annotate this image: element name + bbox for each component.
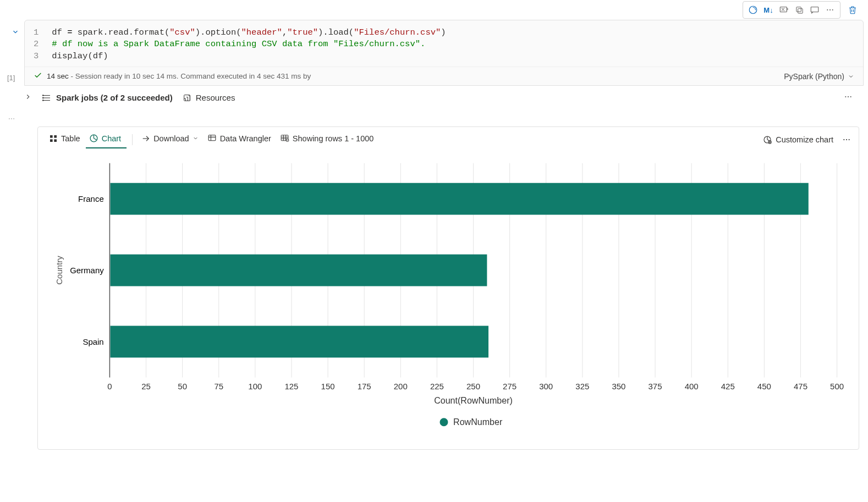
jobs-bar: Spark jobs (2 of 2 succeeded) Resources [4, 86, 864, 107]
jobs-more-icon[interactable] [844, 92, 859, 103]
success-check-icon [34, 71, 42, 81]
cell-status-bar: [1] 14 sec - Session ready in 10 sec 14 … [25, 67, 863, 85]
svg-text:425: 425 [721, 382, 735, 391]
svg-text:150: 150 [321, 382, 335, 391]
svg-point-5 [827, 9, 828, 10]
page-more-icon[interactable] [8, 115, 864, 124]
svg-point-10 [43, 100, 44, 101]
svg-point-8 [43, 95, 44, 96]
svg-text:25: 25 [141, 382, 151, 391]
code-cell: 123 df = spark.read.format("csv").option… [24, 20, 864, 86]
bar-chart: FranceGermanySpain0255075100125150175200… [48, 157, 849, 434]
svg-text:350: 350 [612, 382, 625, 391]
svg-point-14 [850, 96, 851, 97]
svg-text:325: 325 [575, 382, 589, 391]
svg-text:125: 125 [284, 382, 298, 391]
add-comment-icon[interactable] [807, 3, 822, 17]
svg-text:0: 0 [107, 382, 112, 391]
copy-cell-icon[interactable] [792, 3, 807, 17]
download-button[interactable]: Download [138, 131, 204, 148]
svg-point-9 [43, 97, 44, 98]
svg-point-7 [832, 9, 833, 10]
code-editor[interactable]: 123 df = spark.read.format("csv").option… [25, 20, 863, 67]
svg-rect-21 [54, 139, 57, 142]
svg-point-15 [9, 118, 10, 119]
svg-point-28 [843, 139, 844, 140]
language-selector[interactable]: PySpark (Python) [784, 72, 854, 81]
svg-point-12 [845, 96, 846, 97]
svg-text:50: 50 [178, 382, 187, 391]
delete-cell-icon[interactable] [845, 3, 860, 17]
svg-rect-19 [54, 135, 57, 138]
svg-rect-4 [811, 7, 818, 12]
cell-index: [1] [7, 74, 15, 82]
svg-rect-1 [780, 7, 787, 12]
svg-text:500: 500 [830, 382, 844, 391]
svg-text:400: 400 [685, 382, 699, 391]
svg-rect-23 [208, 135, 216, 141]
svg-text:275: 275 [503, 382, 517, 391]
svg-point-29 [846, 139, 847, 140]
svg-text:475: 475 [794, 382, 807, 391]
data-wrangler-button[interactable]: Data Wrangler [204, 130, 277, 148]
svg-text:300: 300 [539, 382, 553, 391]
resources-button[interactable]: Resources [183, 93, 235, 102]
expand-jobs-icon[interactable] [24, 93, 32, 102]
cell-toolbar: M↓ [4, 0, 864, 20]
rows-info: Showing rows 1 - 1000 [277, 130, 380, 148]
svg-text:France: France [78, 194, 104, 203]
output-toolbar: Table Chart Download Data Wrangler Showi… [38, 127, 859, 148]
svg-point-16 [11, 118, 12, 119]
svg-text:Count(RowNumber): Count(RowNumber) [434, 395, 513, 405]
svg-text:175: 175 [358, 382, 371, 391]
chart-area: FranceGermanySpain0255075100125150175200… [38, 148, 859, 449]
svg-point-13 [848, 96, 849, 97]
spark-jobs-button[interactable]: Spark jobs (2 of 2 succeeded) [42, 93, 173, 103]
markdown-toggle-button[interactable]: M↓ [761, 3, 776, 17]
output-panel: Table Chart Download Data Wrangler Showi… [37, 126, 859, 450]
clear-output-icon[interactable] [776, 3, 792, 17]
svg-point-30 [849, 139, 850, 140]
svg-text:100: 100 [248, 382, 262, 391]
svg-text:Country: Country [54, 256, 64, 285]
svg-point-17 [13, 118, 14, 119]
output-more-icon[interactable] [842, 135, 851, 144]
svg-rect-2 [798, 8, 803, 13]
exec-time: 14 sec [47, 72, 69, 80]
tab-chart[interactable]: Chart [86, 130, 127, 148]
svg-point-82 [440, 418, 448, 426]
more-cell-actions-icon[interactable] [822, 3, 838, 17]
svg-text:Spain: Spain [83, 337, 103, 346]
svg-text:225: 225 [430, 382, 444, 391]
svg-rect-55 [110, 255, 487, 286]
svg-text:200: 200 [394, 382, 408, 391]
collapse-cell-icon[interactable] [12, 28, 19, 37]
svg-text:Germany: Germany [70, 266, 104, 275]
svg-text:250: 250 [466, 382, 480, 391]
exec-detail: - Session ready in 10 sec 14 ms. Command… [71, 72, 311, 80]
run-by-icon[interactable] [745, 3, 761, 17]
svg-rect-18 [50, 135, 53, 138]
svg-text:450: 450 [757, 382, 771, 391]
svg-text:375: 375 [649, 382, 662, 391]
svg-text:RowNumber: RowNumber [453, 417, 503, 427]
svg-text:75: 75 [214, 382, 223, 391]
svg-rect-53 [110, 183, 808, 215]
svg-rect-3 [796, 7, 801, 11]
svg-rect-20 [50, 139, 53, 142]
svg-rect-57 [110, 326, 488, 358]
svg-point-6 [829, 9, 831, 10]
customize-chart-button[interactable]: Customize chart [762, 135, 833, 145]
tab-table[interactable]: Table [46, 131, 86, 148]
